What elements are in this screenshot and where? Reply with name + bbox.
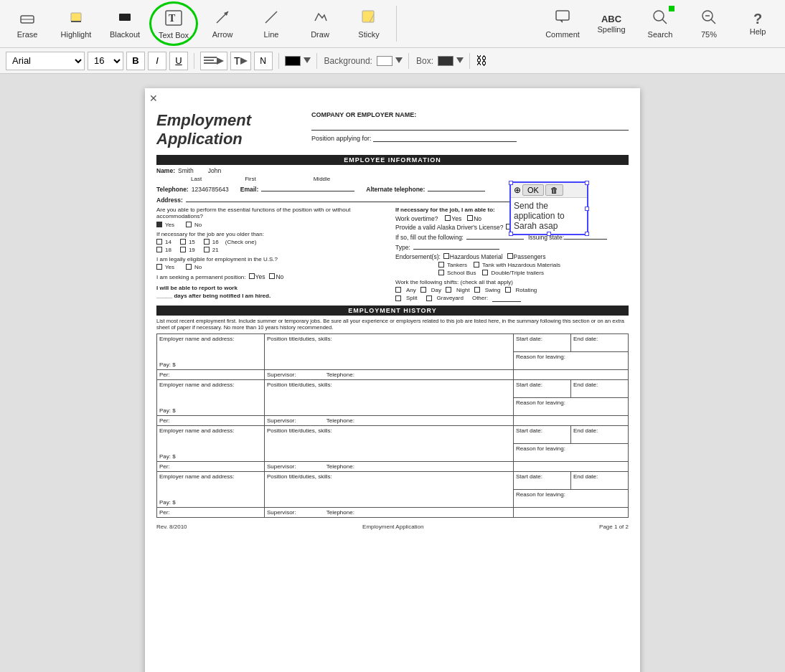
school-row: School Bus Double/Triple trailers <box>438 270 629 276</box>
text-color-swatch[interactable] <box>285 56 301 66</box>
resize-handle-tr[interactable] <box>585 181 589 185</box>
help-label: Help <box>750 27 766 36</box>
bold-button[interactable]: B <box>126 52 145 70</box>
name-row: Name: Smith John <box>156 167 629 174</box>
emp4-end: End date: <box>571 471 629 489</box>
help-tool[interactable]: ? Help <box>733 1 782 46</box>
line-tool[interactable]: Line <box>247 1 296 46</box>
erase-icon <box>19 9 36 29</box>
fmt-divider-5 <box>469 53 470 69</box>
draw-icon <box>311 9 329 29</box>
textbox-delete-button[interactable]: 🗑 <box>545 184 563 196</box>
bg-color-swatch[interactable] <box>377 56 392 66</box>
sticky-label: Sticky <box>358 30 379 39</box>
emp1-position: Position title/duties, skills: <box>265 333 514 369</box>
zoom-label: 75% <box>701 30 717 39</box>
employee-section-header: EMPLOYEE INFORMATION <box>156 155 629 165</box>
company-line <box>311 120 629 131</box>
underline-button[interactable]: U <box>169 52 188 70</box>
emp-row-2c: Per: Supervisor: Telephone: <box>157 415 629 425</box>
textbox-content[interactable]: Send the application to Sarah asap <box>511 198 587 234</box>
line-icon <box>263 9 280 29</box>
highlight-label: Highlight <box>61 30 92 39</box>
text-style-button[interactable]: T <box>230 52 251 70</box>
emp3-reason: Reason for leaving: <box>514 443 629 461</box>
svg-marker-25 <box>395 57 403 63</box>
highlight-tool[interactable]: Highlight <box>52 1 100 46</box>
emp2-reason: Reason for leaving: <box>514 397 629 415</box>
document-content: Employment Application COMPANY OR EMPLOY… <box>156 105 629 530</box>
emp1-pay: Pay: $ <box>159 361 262 368</box>
emp-row-3c: Per: Supervisor: Telephone: <box>157 461 629 471</box>
emp-row-4c: Per: Supervisor: Telephone: <box>157 507 629 517</box>
box-color-swatch[interactable] <box>438 56 453 66</box>
blackout-tool[interactable]: Blackout <box>100 1 149 46</box>
fmt-divider-4 <box>408 53 409 69</box>
search-icon <box>652 9 669 29</box>
resize-handle-mr[interactable] <box>585 207 589 211</box>
sticky-icon <box>360 9 377 29</box>
italic-button[interactable]: I <box>148 52 166 70</box>
textbox-tool[interactable]: T Text Box <box>149 1 198 46</box>
line-label: Line <box>264 30 279 39</box>
emp-row-3: Employer name and address: Pay: $ Positi… <box>157 425 629 443</box>
emp2-employer: Employer name and address: Pay: $ <box>157 379 265 415</box>
emp1-per: Per: <box>157 369 265 379</box>
fmt-divider-2 <box>278 53 279 69</box>
search-tool[interactable]: Search <box>636 1 685 46</box>
emp2-end: End date: <box>571 379 629 397</box>
align-button[interactable] <box>200 52 227 70</box>
arrow-icon <box>214 9 231 29</box>
emp3-start: Start date: <box>514 425 571 443</box>
emp3-employer: Employer name and address: Pay: $ <box>157 425 265 461</box>
footer-title: Employment Application <box>362 524 423 530</box>
resize-handle-bm[interactable] <box>547 232 551 236</box>
chain-icon[interactable]: ⛓ <box>476 55 487 67</box>
document-wrapper: ✕ ⊕ OK 🗑 Send the application to Sarah a… <box>145 88 640 672</box>
arrow-tool[interactable]: Arrow <box>198 1 247 46</box>
emp1-supervisor: Supervisor: Telephone: <box>265 369 514 379</box>
sticky-tool[interactable]: Sticky <box>344 1 393 46</box>
q1-text: Are you able to perform the essential fu… <box>156 207 390 219</box>
q1-answers: Yes No <box>156 222 390 228</box>
spelling-icon: ABC <box>601 14 621 24</box>
emp4-position: Position title/duties, skills: <box>265 471 514 507</box>
text-color-dropdown[interactable] <box>304 57 311 65</box>
svg-marker-24 <box>304 57 311 63</box>
blackout-label: Blackout <box>110 30 140 39</box>
font-select[interactable]: Arial <box>6 52 85 70</box>
size-select[interactable]: 16 <box>88 52 123 70</box>
svg-line-17 <box>711 19 715 24</box>
emp2-pay: Pay: $ <box>159 407 262 414</box>
bg-color-dropdown[interactable] <box>395 57 403 65</box>
close-button[interactable]: ✕ <box>149 93 158 104</box>
help-icon: ? <box>753 11 762 26</box>
svg-rect-2 <box>71 13 81 22</box>
erase-tool[interactable]: Erase <box>3 1 52 46</box>
emp-row-1: Employer name and address: Pay: $ Positi… <box>157 333 629 351</box>
box-label: Box: <box>416 56 433 66</box>
box-color-dropdown[interactable] <box>456 57 464 65</box>
draw-tool[interactable]: Draw <box>296 1 344 46</box>
arrow-label: Arrow <box>212 30 233 39</box>
comment-tool[interactable]: Comment <box>538 1 587 46</box>
q3-answers: Yes No <box>156 264 390 270</box>
q-left: Are you able to perform the essential fu… <box>156 207 390 303</box>
emp-history-note: List most recent employment first. Inclu… <box>156 318 629 331</box>
shifts-label: Work the following shifts: (check all th… <box>395 279 629 285</box>
q1-no-cb <box>186 222 192 227</box>
svg-rect-12 <box>556 11 569 20</box>
normal-button[interactable]: N <box>254 52 273 70</box>
erase-label: Erase <box>17 30 38 39</box>
textbox-label: Text Box <box>159 31 189 39</box>
resize-handle-bl[interactable] <box>509 232 513 236</box>
resize-handle-br[interactable] <box>585 232 589 236</box>
emp2-position: Position title/duties, skills: <box>265 379 514 415</box>
q4-row: I am seeking a permanent position: Yes N… <box>156 273 390 280</box>
zoom-tool[interactable]: 75% <box>685 1 733 46</box>
resize-handle-tl[interactable] <box>509 181 513 185</box>
textbox-pointer-icon[interactable]: ⊕ <box>514 185 521 195</box>
comment-icon <box>554 9 571 29</box>
spelling-tool[interactable]: ABC Spelling <box>587 1 636 46</box>
textbox-ok-button[interactable]: OK <box>522 184 544 196</box>
